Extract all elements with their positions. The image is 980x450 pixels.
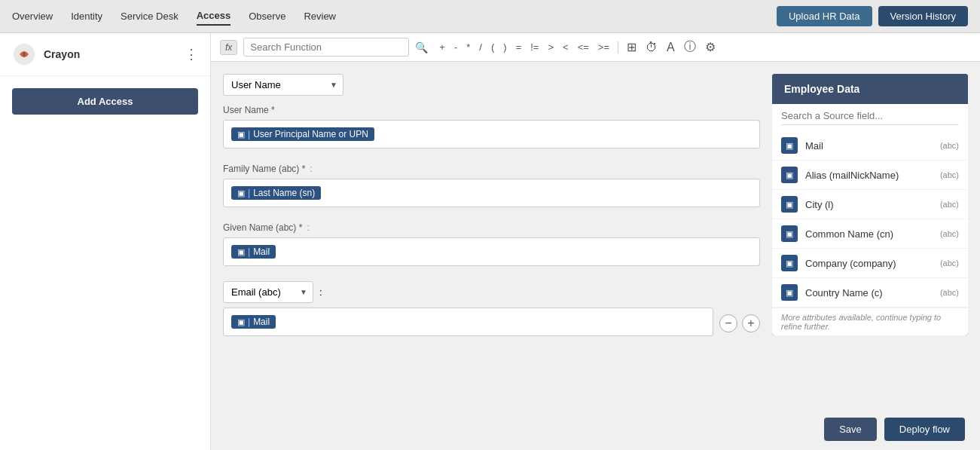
employee-type-cn: (abc) — [940, 229, 959, 238]
formula-search-icon[interactable]: 🔍 — [415, 41, 428, 54]
employee-name-country: Country Name (c) — [805, 287, 933, 298]
op-greater[interactable]: > — [545, 40, 556, 54]
main-layout: Crayon ⋮ Add Access fx 🔍 + - * / ( ) = !… — [0, 33, 980, 450]
nav-observe[interactable]: Observe — [249, 8, 285, 25]
employee-item-city[interactable]: ▣ City (l) (abc) — [772, 190, 968, 219]
upload-hr-data-button[interactable]: Upload HR Data — [777, 6, 872, 26]
employee-item-country[interactable]: ▣ Country Name (c) (abc) — [772, 278, 968, 308]
chip-icon-3: ▣ — [237, 247, 245, 257]
employee-search-input[interactable] — [781, 110, 959, 125]
user-name-field-selector[interactable]: User Name — [223, 74, 343, 96]
employee-type-country: (abc) — [940, 288, 959, 297]
bottom-action-bar: Save Deploy flow — [809, 409, 980, 450]
op-less[interactable]: < — [560, 40, 571, 54]
sidebar-brand: Crayon ⋮ — [0, 33, 210, 76]
chip-icon: ▣ — [237, 130, 245, 139]
given-name-chip: ▣ | Mail — [231, 245, 276, 259]
employee-type-city: (abc) — [940, 200, 959, 209]
op-minus[interactable]: - — [452, 40, 459, 54]
user-name-chip: ▣ | User Principal Name or UPN — [231, 127, 374, 141]
employee-icon-cn: ▣ — [781, 225, 798, 242]
employee-type-alias: (abc) — [940, 170, 959, 179]
content-wrapper: fx 🔍 + - * / ( ) = != > < <= >= ⊞ ⏱ A ⓘ — [211, 33, 980, 450]
employee-item-alias[interactable]: ▣ Alias (mailNickName) (abc) — [772, 161, 968, 190]
family-name-label: Family Name (abc) * : — [223, 164, 760, 174]
employee-icon-alias: ▣ — [781, 167, 798, 183]
chip-icon-2: ▣ — [237, 188, 245, 198]
form-area: User Name ▼ User Name * ▣ | User Pri — [223, 74, 760, 438]
op-not-equals[interactable]: != — [528, 40, 541, 54]
remove-email-button[interactable]: − — [719, 314, 737, 332]
op-separator — [618, 41, 618, 54]
user-name-input[interactable]: ▣ | User Principal Name or UPN — [223, 120, 760, 148]
employee-name-city: City (l) — [805, 199, 933, 210]
employee-icon-country: ▣ — [781, 284, 798, 301]
employee-item-company[interactable]: ▣ Company (company) (abc) — [772, 249, 968, 278]
text-icon[interactable]: A — [664, 39, 677, 56]
employee-type-mail: (abc) — [940, 141, 959, 150]
sidebar-content: Add Access — [0, 76, 210, 127]
brand-logo — [12, 42, 36, 66]
employee-icon-city: ▣ — [781, 196, 798, 213]
sidebar: Crayon ⋮ Add Access — [0, 33, 211, 450]
version-history-button[interactable]: Version History — [878, 6, 968, 26]
nav-service-desk[interactable]: Service Desk — [121, 8, 179, 25]
nav-items: Overview Identity Service Desk Access Ob… — [12, 7, 394, 26]
employee-name-alias: Alias (mailNickName) — [805, 170, 933, 181]
family-name-input[interactable]: ▣ | Last Name (sn) — [223, 179, 760, 207]
employee-footer: More attributes available, continue typi… — [772, 308, 968, 335]
given-name-label: Given Name (abc) * : — [223, 222, 760, 233]
employee-panel: Employee Data ▣ Mail (abc) ▣ Alias (mail… — [772, 74, 968, 335]
brand-menu-icon[interactable]: ⋮ — [185, 46, 198, 63]
formula-search-input[interactable] — [243, 38, 409, 57]
op-multiply[interactable]: * — [464, 40, 472, 54]
formula-operators: + - * / ( ) = != > < <= >= ⊞ ⏱ A ⓘ ⚙ — [437, 38, 717, 57]
op-plus[interactable]: + — [437, 40, 447, 54]
user-name-label: User Name * — [223, 105, 760, 115]
employee-type-company: (abc) — [940, 259, 959, 268]
op-divide[interactable]: / — [477, 40, 484, 54]
add-access-button[interactable]: Add Access — [12, 88, 198, 115]
op-open-paren[interactable]: ( — [489, 40, 496, 54]
nav-review[interactable]: Review — [304, 8, 336, 25]
family-name-field-group: Family Name (abc) * : ▣ | Last Name (sn) — [223, 164, 760, 207]
employee-name-mail: Mail — [805, 140, 933, 152]
email-chip: ▣ | Mail — [231, 315, 276, 329]
employee-name-cn: Common Name (cn) — [805, 228, 933, 240]
employee-search-area — [772, 104, 968, 131]
email-actions: − + — [719, 314, 760, 332]
employee-item-cn[interactable]: ▣ Common Name (cn) (abc) — [772, 219, 968, 249]
add-email-button[interactable]: + — [742, 314, 760, 332]
op-greater-equal[interactable]: >= — [596, 40, 612, 54]
employee-name-company: Company (company) — [805, 258, 933, 269]
info-icon[interactable]: ⓘ — [682, 38, 698, 57]
save-button[interactable]: Save — [824, 418, 877, 441]
employee-panel-header: Employee Data — [772, 74, 968, 104]
brand-name: Crayon — [44, 48, 177, 60]
grid-icon[interactable]: ⊞ — [624, 38, 639, 56]
op-less-equal[interactable]: <= — [575, 40, 591, 54]
employee-icon-mail: ▣ — [781, 137, 798, 154]
employee-icon-company: ▣ — [781, 255, 798, 271]
email-field-selector[interactable]: Email (abc) — [223, 281, 313, 303]
fx-badge: fx — [220, 40, 237, 55]
nav-access[interactable]: Access — [197, 7, 231, 26]
employee-list: ▣ Mail (abc) ▣ Alias (mailNickName) (abc… — [772, 131, 968, 308]
top-nav: Overview Identity Service Desk Access Ob… — [0, 0, 980, 33]
given-name-input[interactable]: ▣ | Mail — [223, 237, 760, 266]
email-field-group: Email (abc) ▼ : ▣ | Mail — [223, 281, 760, 336]
email-selector-wrap: Email (abc) ▼ — [223, 281, 313, 303]
email-input[interactable]: ▣ | Mail — [223, 308, 713, 336]
settings-icon[interactable]: ⚙ — [703, 38, 718, 56]
deploy-flow-button[interactable]: Deploy flow — [884, 418, 965, 441]
given-name-field-group: Given Name (abc) * : ▣ | Mail — [223, 222, 760, 266]
op-close-paren[interactable]: ) — [501, 40, 508, 54]
op-equals[interactable]: = — [514, 40, 524, 54]
employee-item-mail[interactable]: ▣ Mail (abc) — [772, 131, 968, 161]
user-name-field-group: User Name * ▣ | User Principal Name or U… — [223, 105, 760, 148]
nav-identity[interactable]: Identity — [71, 8, 102, 25]
main-content: User Name ▼ User Name * ▣ | User Pri — [211, 62, 980, 450]
nav-overview[interactable]: Overview — [12, 8, 53, 25]
clock-icon[interactable]: ⏱ — [643, 39, 660, 56]
family-name-chip: ▣ | Last Name (sn) — [231, 186, 321, 200]
